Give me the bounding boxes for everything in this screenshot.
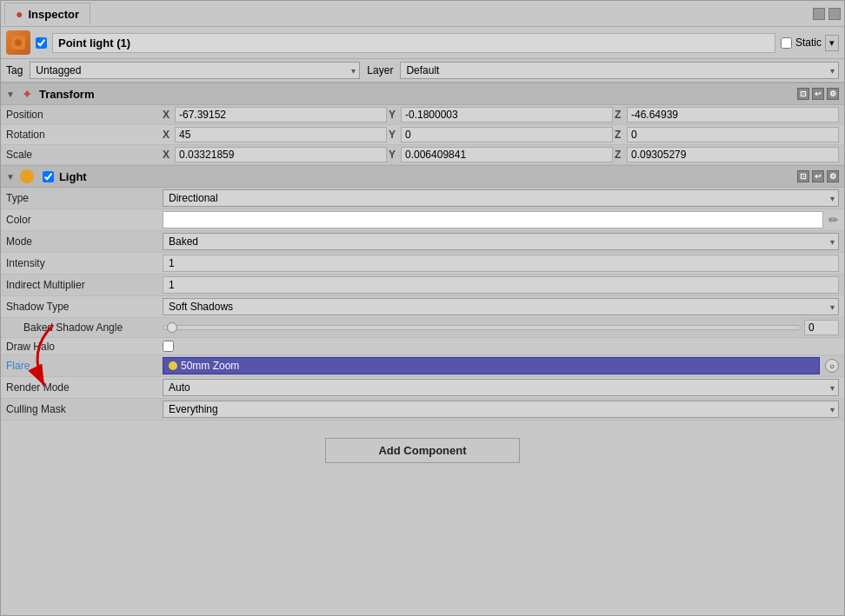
type-label: Type <box>6 192 163 204</box>
shadow-type-dropdown[interactable]: Soft Shadows <box>163 298 839 315</box>
rotation-z-input[interactable] <box>627 127 839 142</box>
gameobject-bar: Static ▾ <box>1 27 844 59</box>
go-name-input[interactable] <box>52 33 775 53</box>
intensity-input[interactable] <box>163 255 839 272</box>
transform-settings-icon[interactable]: ⚙ <box>827 88 839 100</box>
color-pencil-icon[interactable]: ✏ <box>828 213 839 227</box>
render-mode-dropdown[interactable]: Auto <box>163 379 839 396</box>
transform-revert-icon[interactable]: ↩ <box>812 88 824 100</box>
rotation-label: Rotation <box>6 129 163 141</box>
color-value-area: ✏ <box>163 211 839 229</box>
baked-shadow-row: Baked Shadow Angle <box>1 318 844 338</box>
layer-dropdown[interactable]: Default <box>400 62 839 79</box>
add-component-area: Add Component <box>1 421 844 480</box>
rotation-y-item: Y <box>389 127 613 142</box>
baked-shadow-slider-container <box>163 320 839 335</box>
mode-label: Mode <box>6 235 163 248</box>
light-expand-icon[interactable]: ▼ <box>6 172 15 182</box>
flare-picker-button[interactable]: ○ <box>825 359 839 373</box>
rotation-row: Rotation X Y Z <box>1 125 844 145</box>
flare-row: Flare 50mm Zoom ○ <box>1 355 844 377</box>
rotation-y-label: Y <box>389 129 399 141</box>
light-icons: ⊡ ↩ ⚙ <box>797 170 839 182</box>
tag-label: Tag <box>6 64 23 76</box>
transform-component-icon: ⌖ <box>20 87 34 101</box>
intensity-label: Intensity <box>6 257 163 269</box>
layer-value: Default <box>406 64 439 76</box>
culling-mask-value-area: Everything <box>163 401 839 418</box>
title-bar: ● Inspector <box>1 1 844 27</box>
rotation-y-input[interactable] <box>401 127 613 142</box>
render-mode-label: Render Mode <box>6 381 163 394</box>
position-x-label: X <box>163 109 173 121</box>
position-y-label: Y <box>389 109 399 121</box>
light-prefab-icon[interactable]: ⊡ <box>797 170 809 182</box>
culling-mask-label: Culling Mask <box>6 403 163 415</box>
type-dropdown[interactable]: Directional <box>163 189 839 207</box>
window-title: Inspector <box>28 8 79 21</box>
mode-value: Baked <box>169 235 198 248</box>
baked-shadow-value-area <box>163 320 839 335</box>
position-x-input[interactable] <box>175 107 387 123</box>
position-xyz: X Y Z <box>163 107 839 123</box>
transform-expand-icon[interactable]: ▼ <box>6 89 15 99</box>
menu-icon[interactable] <box>828 8 841 20</box>
flare-value-field: 50mm Zoom <box>163 357 820 374</box>
position-y-input[interactable] <box>401 107 613 123</box>
scale-y-input[interactable] <box>401 147 613 162</box>
shadow-type-label: Shadow Type <box>6 301 163 313</box>
scale-label: Scale <box>6 149 163 161</box>
scale-x-input[interactable] <box>175 147 387 162</box>
position-x-item: X <box>163 107 387 123</box>
light-section-header: ▼ Light ⊡ ↩ ⚙ <box>1 165 844 188</box>
intensity-row: Intensity <box>1 253 844 275</box>
render-mode-row: Render Mode Auto <box>1 377 844 399</box>
flare-dot-icon <box>169 361 177 370</box>
layer-label: Layer <box>367 64 393 76</box>
add-component-button[interactable]: Add Component <box>325 438 519 463</box>
rotation-z-item: Z <box>615 127 839 142</box>
transform-icons: ⊡ ↩ ⚙ <box>797 88 839 100</box>
flare-value-area: 50mm Zoom ○ <box>163 357 839 374</box>
shadow-type-value: Soft Shadows <box>169 301 233 313</box>
rotation-xyz: X Y Z <box>163 127 839 142</box>
rotation-x-item: X <box>163 127 387 142</box>
color-swatch[interactable] <box>163 211 823 229</box>
indirect-row: Indirect Multiplier <box>1 275 844 296</box>
position-values: X Y Z <box>163 107 839 123</box>
light-enabled-checkbox[interactable] <box>43 171 54 182</box>
mode-dropdown[interactable]: Baked <box>163 233 839 250</box>
title-icons <box>813 8 841 20</box>
scale-xyz: X Y Z <box>163 147 839 162</box>
render-mode-value-area: Auto <box>163 379 839 396</box>
intensity-value-area <box>163 255 839 272</box>
baked-shadow-slider-track[interactable] <box>163 325 801 330</box>
indirect-input[interactable] <box>163 276 839 294</box>
light-revert-icon[interactable]: ↩ <box>812 170 824 182</box>
minimize-icon[interactable] <box>813 8 825 20</box>
title-tab[interactable]: ● Inspector <box>4 3 90 24</box>
baked-shadow-label: Baked Shadow Angle <box>6 321 163 334</box>
mode-row: Mode Baked <box>1 231 844 253</box>
go-enabled-checkbox[interactable] <box>36 37 47 49</box>
type-row: Type Directional <box>1 188 844 209</box>
tag-dropdown[interactable]: Untagged <box>30 62 360 79</box>
mode-value-area: Baked <box>163 233 839 250</box>
static-dropdown[interactable]: ▾ <box>825 35 839 51</box>
scale-x-item: X <box>163 147 387 162</box>
scale-z-input[interactable] <box>627 147 839 162</box>
flare-link[interactable]: Flare <box>6 360 30 372</box>
indirect-label: Indirect Multiplier <box>6 279 163 291</box>
position-z-label: Z <box>615 109 625 121</box>
baked-shadow-slider-thumb[interactable] <box>167 322 177 333</box>
baked-shadow-value-input[interactable] <box>804 320 839 335</box>
position-z-input[interactable] <box>627 107 839 123</box>
culling-mask-dropdown[interactable]: Everything <box>163 401 839 418</box>
rotation-x-input[interactable] <box>175 127 387 142</box>
render-mode-value: Auto <box>169 381 190 394</box>
draw-halo-checkbox[interactable] <box>163 341 174 352</box>
static-checkbox[interactable] <box>781 37 792 49</box>
transform-prefab-icon[interactable]: ⊡ <box>797 88 809 100</box>
inspector-window: ● Inspector <box>0 0 845 616</box>
light-settings-icon[interactable]: ⚙ <box>827 170 839 182</box>
